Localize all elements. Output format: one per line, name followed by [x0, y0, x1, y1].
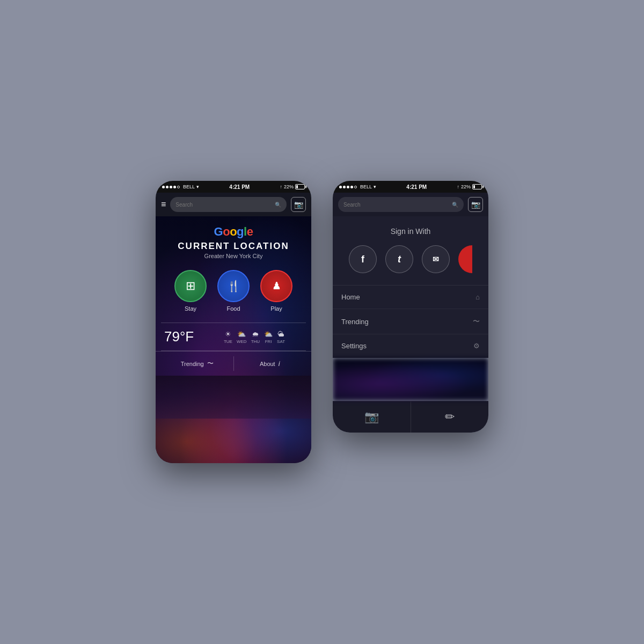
battery-pct-1: 22% [284, 184, 294, 189]
sat-icon: 🌥 [277, 330, 284, 338]
dot-2 [166, 186, 169, 188]
twitter-icon: t [398, 254, 401, 265]
toolbar-2: 🔍 📷 [333, 193, 488, 216]
camera-button-2[interactable]: 📷 [468, 197, 483, 212]
phone-2: BELL ▾ 4:21 PM ↑ 22% 🔍 [333, 181, 488, 433]
food-icon: 🍴 [227, 280, 240, 292]
battery-icon-2 [472, 184, 482, 189]
trending-icon: 〜 [207, 359, 214, 368]
carrier-1: BELL [183, 184, 195, 189]
sign-in-title: Sign in With [341, 227, 480, 236]
battery-icon-1 [295, 184, 305, 189]
stay-label: Stay [185, 305, 196, 312]
wifi-icon-2: ▾ [374, 184, 376, 189]
current-location-label: CURRENT LOCATION [161, 241, 306, 252]
signal-up-2: ↑ [457, 184, 459, 189]
stay-icon: ⊞ [186, 279, 195, 293]
camera-bottom-button[interactable]: 📷 [333, 401, 411, 433]
weather-day-sat: 🌥 SAT [277, 330, 285, 344]
about-label: About [260, 361, 275, 367]
menu-item-home[interactable]: Home ⌂ [333, 286, 488, 309]
google-o1: o [223, 225, 230, 238]
sign-in-section: Sign in With f t ✉ [333, 216, 488, 285]
google-g2: g [237, 225, 244, 238]
weather-day-thu: 🌧 THU [251, 330, 260, 344]
google-g: G [214, 225, 223, 238]
fri-label: FRI [265, 339, 272, 344]
tue-icon: ☀ [225, 330, 231, 338]
google-e: e [247, 225, 253, 238]
search-icon-2: 🔍 [452, 202, 458, 208]
edit-bottom-button[interactable]: ✏ [411, 401, 489, 433]
battery-fill-2 [473, 185, 475, 188]
about-icon: i [279, 360, 280, 368]
home-label: Home [341, 293, 360, 301]
tue-label: TUE [224, 339, 232, 344]
edit-bottom-icon: ✏ [445, 410, 455, 424]
home-icon: ⌂ [475, 293, 480, 301]
menu-item-settings[interactable]: Settings ⚙ [333, 334, 488, 358]
category-stay[interactable]: ⊞ Stay [174, 270, 207, 312]
sign-in-wrapper: Sign in With f t ✉ [333, 216, 488, 285]
fri-icon: ⛅ [264, 330, 273, 338]
temperature: 79°F [164, 328, 202, 345]
thu-icon: 🌧 [252, 330, 259, 338]
carrier-2: BELL [360, 184, 372, 189]
status-left-1: BELL ▾ [162, 184, 199, 189]
trending-label: Trending [181, 361, 204, 367]
menu-list: Home ⌂ Trending 〜 Settings ⚙ [333, 285, 488, 358]
hamburger-icon[interactable]: ≡ [161, 200, 166, 209]
bottom-bar-1: Trending 〜 About i [156, 351, 311, 376]
weather-section: 79°F ☀ TUE ⛅ WED 🌧 THU [161, 323, 306, 351]
search-bar-2[interactable]: 🔍 [338, 197, 464, 212]
category-play[interactable]: ♟ Play [260, 270, 292, 312]
category-food[interactable]: 🍴 Food [217, 270, 250, 312]
status-right-2: ↑ 22% [457, 184, 482, 189]
status-left-2: BELL ▾ [339, 184, 376, 189]
wifi-icon-1: ▾ [196, 184, 199, 189]
facebook-icon: f [361, 254, 364, 265]
sat-label: SAT [277, 339, 285, 344]
weather-days: ☀ TUE ⛅ WED 🌧 THU ⛅ FRI [206, 330, 303, 344]
camera-button-1[interactable]: 📷 [291, 197, 306, 212]
trending-menu-label: Trending [341, 318, 369, 326]
camera-icon-1: 📷 [294, 200, 303, 209]
dot2-1 [339, 186, 342, 188]
menu-item-trending[interactable]: Trending 〜 [333, 309, 488, 334]
play-label: Play [270, 305, 282, 312]
bg-peek [333, 358, 488, 401]
wed-icon: ⛅ [237, 330, 246, 338]
search-input-1[interactable] [175, 202, 272, 208]
battery-fill-1 [296, 185, 298, 188]
facebook-button[interactable]: f [349, 245, 377, 273]
battery-pct-2: 22% [461, 184, 471, 189]
dot2-2 [343, 186, 346, 188]
search-icon-1: 🔍 [275, 202, 281, 208]
camera-icon-2: 📷 [471, 200, 480, 209]
camera-bottom-icon: 📷 [364, 410, 379, 424]
time-2: 4:21 PM [406, 184, 427, 190]
city-name: Greater New York City [161, 253, 306, 259]
dot2-3 [347, 186, 349, 188]
signal-dots [162, 186, 180, 188]
food-label: Food [226, 305, 240, 312]
play-icon: ♟ [272, 280, 281, 292]
phone-1: BELL ▾ 4:21 PM ↑ 22% ≡ 🔍 [156, 181, 311, 463]
search-bar-1[interactable]: 🔍 [170, 197, 287, 212]
trending-button[interactable]: Trending 〜 [161, 356, 233, 371]
email-button[interactable]: ✉ [422, 245, 450, 273]
time-1: 4:21 PM [229, 184, 250, 190]
category-icons: ⊞ Stay 🍴 Food ♟ [161, 270, 306, 312]
search-input-2[interactable] [343, 202, 449, 208]
app-background-1: Google CURRENT LOCATION Greater New York… [156, 216, 311, 463]
twitter-button[interactable]: t [385, 245, 413, 273]
about-button[interactable]: About i [233, 356, 306, 371]
dot2-5 [354, 186, 357, 188]
weather-day-wed: ⛅ WED [237, 330, 247, 344]
stay-circle: ⊞ [174, 270, 207, 302]
dot-1 [162, 186, 165, 188]
dot-4 [173, 186, 176, 188]
thu-label: THU [251, 339, 260, 344]
weather-day-fri: ⛅ FRI [264, 330, 273, 344]
wed-label: WED [237, 339, 247, 344]
